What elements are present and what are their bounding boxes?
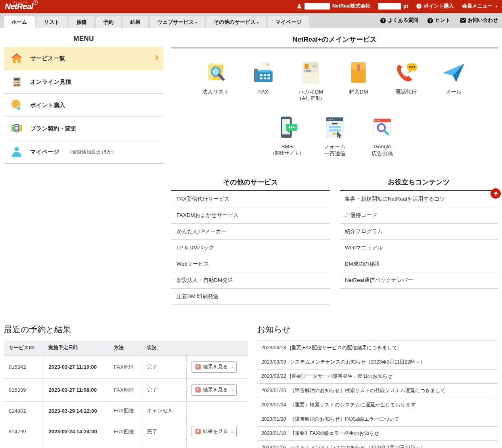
useful-content-item[interactable]: 集客・新規開拓にNetRealを活用するコツ	[340, 191, 498, 207]
table-row: 8153392023-03-27 11:08:00FAX配信完了結果を見る›	[4, 379, 248, 402]
tab-manuscript[interactable]: 原稿	[69, 16, 94, 28]
paper-plane-icon	[441, 60, 466, 85]
tab-home[interactable]: ホーム	[4, 16, 35, 28]
service-phone-agency[interactable]: 電話代行	[382, 60, 430, 101]
tab-my-page[interactable]: マイページ	[268, 16, 309, 28]
service-id-cell: 814796	[4, 443, 44, 448]
result-icon	[195, 387, 201, 392]
news-date: 2023/01/06	[261, 445, 290, 448]
redacted-points-value	[378, 3, 401, 10]
table-row: 8147992023-03-24 14:24:00FAX配信完了結果を見る›	[4, 420, 248, 443]
tab-label: マイページ	[275, 19, 301, 25]
service-fax[interactable]: FAX	[240, 60, 287, 101]
sidebar-item-service-list[interactable]: サービス一覧	[4, 47, 163, 70]
result-icon	[195, 429, 201, 434]
view-result-button[interactable]: 結果を見る›	[192, 426, 237, 437]
buy-points-button[interactable]: + ポイント購入	[416, 3, 454, 10]
scroll-to-top-button[interactable]	[491, 188, 501, 199]
news-item[interactable]: 2023/01/06システムメンテナンスのお知らせ（2023年1月14日22時～…	[257, 441, 498, 448]
nav-link-label: お問い合わせ	[468, 17, 498, 24]
service-mail[interactable]: メール	[430, 60, 477, 101]
useful-content-item[interactable]: ご優待コード	[340, 207, 498, 224]
useful-content-item[interactable]: 紹介プログラム	[340, 224, 498, 240]
tab-web-services[interactable]: ウェブサービス▾	[150, 16, 205, 28]
news-item[interactable]: 2023/01/24［重要］検索リストのシステムに遅延が生じております	[257, 398, 498, 412]
other-service-item[interactable]: FAXDMおまかせサービス	[171, 207, 330, 224]
tab-list[interactable]: リスト	[36, 16, 67, 28]
service-postcard-dm[interactable]: ハガキDM（A4, 定形）	[287, 60, 335, 101]
arrow-up-icon	[493, 191, 498, 196]
column-header: 状況	[142, 341, 186, 356]
news-item[interactable]: 2023/02/22[重要]データサーバ障害発生・復旧のお知らせ	[257, 370, 498, 384]
member-menu-button[interactable]: 会員メニュー▾	[462, 3, 497, 10]
other-services-title: その他のサービス	[171, 178, 330, 191]
app-logo[interactable]: ネットリアル NetReal +	[5, 0, 33, 12]
news-item[interactable]: 2023/01/18【重要】FAX回線エラー発生のお知らせ	[257, 427, 498, 441]
sidebar-menu: MENU サービス一覧オンライン見積$ポイント購入プラン契約・変更マイページ（登…	[4, 32, 163, 305]
service-label: 広告出稿	[372, 150, 393, 157]
other-service-item[interactable]: かんたんLPメーカー	[171, 224, 330, 240]
news-text: 【重要】FAX回線エラー発生のお知らせ	[290, 430, 494, 437]
column-header: サービスID	[4, 341, 44, 356]
tab-other-services[interactable]: その他のサービス▾	[206, 16, 266, 28]
tab-reservation[interactable]: 予約	[96, 16, 121, 28]
other-service-item[interactable]: Webサービス	[171, 256, 330, 272]
news-item[interactable]: 2023/03/13[重要]FAX配信サービスの配信結果につきまして	[257, 341, 498, 355]
service-sms[interactable]: SMS（関連サイト）	[263, 115, 311, 157]
sidebar-item-plan-contract[interactable]: プラン契約・変更	[4, 117, 163, 140]
chevron-down-icon: ▾	[257, 21, 259, 25]
action-cell: 結果を見る›	[186, 379, 248, 402]
other-service-item[interactable]: 圧着DM 印刷発送	[171, 289, 330, 305]
service-id-cell: 815342	[4, 356, 44, 379]
nav-link-faq[interactable]: ?よくある質問	[380, 17, 418, 24]
column-header: 方法	[109, 341, 142, 356]
news-title: お知らせ	[257, 324, 498, 335]
action-cell: 結果を見る›	[186, 356, 248, 379]
sidebar-item-buy-points[interactable]: $ポイント購入	[4, 94, 163, 117]
other-service-item[interactable]: 新設法人・自動DM発送	[171, 272, 330, 289]
sms-icon	[275, 115, 299, 140]
recent-reservations-section: 最近の予約と結果 サービスID実施予定日時方法状況 8153422023-03-…	[4, 324, 248, 448]
view-result-button[interactable]: 結果を見る›	[192, 361, 237, 373]
service-id-cell: 815339	[4, 379, 44, 402]
status-cell: 完了	[142, 379, 186, 402]
app-header: ネットリアル NetReal + NetReal株式会社 pt + ポイント購入…	[0, 0, 502, 13]
news-text: [重要]FAX配信サービスの配信結果につきまして	[290, 345, 494, 351]
service-sublabel: （関連サイト）	[270, 150, 304, 157]
useful-contents-section: お役立ちコンテンツ 集客・新規開拓にNetRealを活用するコツご優待コード紹介…	[340, 174, 498, 305]
news-item[interactable]: 2023/01/20［障害解消のお知らせ］FAX回線エラーについて	[257, 412, 498, 427]
service-corporate-list[interactable]: 法人リスト	[192, 60, 240, 101]
news-text: ［障害解消のお知らせ］FAX回線エラーについて	[290, 416, 494, 423]
news-date: 2023/03/03	[261, 359, 290, 365]
view-result-label: 結果を見る	[203, 387, 228, 393]
coin-icon: $	[10, 99, 23, 111]
useful-content-item[interactable]: NetReal通信バックナンバー	[340, 272, 498, 289]
status-cell: 完了	[142, 356, 186, 379]
service-label: Google	[374, 143, 391, 150]
nav-link-contact[interactable]: お問い合わせ	[460, 17, 498, 24]
form-icon	[322, 115, 347, 140]
news-item[interactable]: 2023/03/03システムメンテナンスのお知らせ（2023年3月11日22時～…	[257, 355, 498, 370]
main-services-section: NetReal+のメインサービス 法人リストFAXハガキDM（A4, 定形）封入…	[171, 32, 498, 305]
sidebar-item-online-quote[interactable]: オンライン見積	[4, 70, 163, 94]
tab-result[interactable]: 結果	[123, 16, 148, 28]
nav-link-hint[interactable]: ?ヒント	[427, 17, 450, 24]
service-google-ads[interactable]: Google広告出稿	[358, 115, 406, 157]
service-enclosed-dm[interactable]: 封入DM	[335, 60, 382, 101]
redacted-username	[305, 3, 330, 10]
calculator-icon	[10, 75, 23, 88]
method-cell: FAX配信	[109, 356, 142, 379]
view-result-button[interactable]: 結果を見る›	[192, 384, 237, 396]
nav-link-label: よくある質問	[388, 17, 418, 24]
other-service-item[interactable]: FAX受信代行サービス	[171, 191, 330, 207]
useful-content-item[interactable]: DM成功の秘訣	[340, 256, 498, 272]
useful-content-item[interactable]: Webマニュアル	[340, 240, 498, 256]
news-date: 2023/02/22	[261, 373, 290, 379]
nav-link-label: ヒント	[435, 17, 450, 24]
action-cell	[186, 402, 248, 420]
service-form-bulk-send[interactable]: フォーム一斉送信	[311, 115, 358, 157]
sidebar-item-my-page[interactable]: マイページ（登録情報変更 ほか）	[4, 140, 163, 164]
other-service-item[interactable]: LP & DMパック	[171, 240, 330, 256]
news-item[interactable]: 2023/01/25［障害解消のお知らせ］検索リストの登録システム遅延につきまし…	[257, 384, 498, 398]
status-cell: 完了	[142, 420, 186, 443]
